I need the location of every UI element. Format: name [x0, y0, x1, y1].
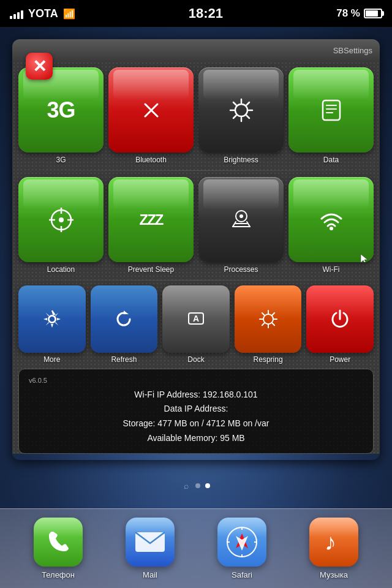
svg-line-37: [272, 323, 274, 325]
main-background: SBSettings ✕ 3G 3G: [0, 27, 392, 588]
toggle-brightness-button[interactable]: [198, 67, 284, 153]
dock-icon: A: [185, 308, 207, 330]
signal-bar-4: [21, 10, 23, 19]
toggle-3g-button[interactable]: 3G: [18, 67, 104, 153]
status-bar: YOTA 📶 18:21 78 %: [0, 0, 392, 27]
respring-label: Respring: [254, 355, 283, 364]
wifi-icon: [317, 205, 346, 235]
toggle-data-button[interactable]: [288, 67, 374, 153]
safari-app-icon[interactable]: [217, 518, 266, 567]
music-app-icon[interactable]: ♪: [309, 518, 358, 567]
action-dock[interactable]: A Dock: [162, 285, 230, 364]
action-power[interactable]: Power: [306, 285, 374, 364]
music-icon: ♪: [318, 527, 349, 557]
toggle-data-label: Data: [323, 156, 339, 164]
action-refresh[interactable]: Refresh: [91, 285, 158, 364]
gear-icon: [41, 308, 63, 330]
toggle-bluetooth-label: Bluetooth: [135, 156, 167, 164]
power-label: Power: [330, 355, 350, 364]
music-label: Музыка: [320, 570, 348, 579]
wifi-status-icon: 📶: [63, 8, 75, 20]
action-respring[interactable]: Respring: [235, 285, 302, 364]
page-dot-2: [205, 483, 210, 488]
toggle-processes[interactable]: Processes: [198, 177, 284, 274]
info-panel: v6.0.5 Wi-Fi IP Address: 192.168.0.101 D…: [18, 369, 374, 454]
toggle-prevent-sleep-button[interactable]: ZZZ: [108, 177, 194, 262]
panel-title: SBSettings: [333, 46, 372, 55]
respring-icon: [257, 308, 279, 330]
toggle-bluetooth-button[interactable]: [108, 67, 194, 153]
mail-icon: [134, 530, 166, 554]
refresh-label: Refresh: [111, 355, 137, 364]
more-button[interactable]: [18, 285, 86, 353]
time-label: 18:21: [189, 6, 223, 21]
svg-line-6: [246, 115, 249, 118]
mail-app-icon[interactable]: [126, 518, 175, 567]
close-icon: ✕: [26, 53, 53, 80]
phone-icon: [43, 527, 74, 557]
refresh-icon: [113, 308, 135, 330]
close-button[interactable]: ✕: [26, 53, 53, 80]
signal-bar-1: [10, 16, 12, 19]
toggle-row-1: 3G 3G Bluetooth: [12, 61, 380, 170]
power-icon: [329, 308, 351, 330]
toggle-prevent-sleep-label: Prevent Sleep: [128, 265, 174, 274]
brightness-icon: [227, 96, 256, 125]
power-button[interactable]: [306, 285, 374, 353]
bluetooth-icon: [138, 97, 165, 124]
panel-body: 3G 3G Bluetooth: [12, 61, 380, 454]
battery-fill: [366, 10, 378, 17]
dock-item-music[interactable]: ♪ Музыка: [309, 518, 358, 579]
svg-rect-9: [323, 100, 340, 120]
action-more[interactable]: More: [18, 285, 86, 364]
dock-button[interactable]: A: [162, 285, 230, 353]
toggle-processes-button[interactable]: [198, 177, 284, 262]
processes-icon: [227, 205, 256, 235]
wifi-ip-line: Wi-Fi IP Address: 192.168.0.101: [29, 388, 363, 402]
dock-item-mail[interactable]: Mail: [126, 518, 175, 579]
action-row: More Refresh: [12, 281, 380, 369]
search-dot: ⌕: [182, 481, 190, 490]
toggle-prevent-sleep[interactable]: ZZZ Prevent Sleep: [108, 177, 194, 274]
signal-bars: [10, 8, 23, 19]
toggle-wifi-button[interactable]: [288, 177, 374, 262]
toggle-bluetooth[interactable]: Bluetooth: [108, 67, 194, 164]
svg-line-36: [262, 313, 264, 315]
safari-icon: [225, 525, 259, 559]
sleep-icon: ZZZ: [140, 211, 163, 228]
toggle-row-2: Location ZZZ Prevent Sleep: [12, 171, 380, 280]
svg-point-14: [59, 217, 64, 222]
svg-point-20: [239, 214, 243, 218]
respring-button[interactable]: [235, 285, 302, 353]
memory-line: Available Memory: 95 MB: [29, 431, 363, 446]
status-right: 78 %: [336, 7, 382, 20]
svg-text:♪: ♪: [325, 529, 336, 555]
toggle-data[interactable]: Data: [288, 67, 374, 164]
toggle-brightness-label: Brightness: [224, 156, 258, 164]
toggle-location[interactable]: Location: [18, 177, 104, 274]
svg-text:A: A: [193, 314, 199, 323]
sbsettings-panel: SBSettings ✕ 3G 3G: [12, 39, 380, 460]
battery-icon: [364, 9, 382, 18]
page-dots: ⌕: [0, 475, 392, 496]
dock-item-safari[interactable]: Safari: [217, 518, 266, 579]
dock-label: Dock: [187, 355, 204, 364]
phone-app-icon[interactable]: [34, 518, 83, 567]
toggle-wifi[interactable]: Wi-Fi: [288, 177, 374, 274]
refresh-button[interactable]: [91, 285, 158, 353]
toggle-brightness[interactable]: Brightness: [198, 67, 284, 164]
svg-point-27: [49, 316, 55, 322]
page-dot-1: [195, 483, 200, 488]
svg-point-0: [235, 104, 247, 116]
location-icon: [47, 205, 76, 235]
toggle-3g[interactable]: 3G 3G: [18, 67, 104, 164]
safari-label: Safari: [232, 570, 252, 579]
data-ip-line: Data IP Address:: [29, 402, 363, 417]
svg-line-7: [246, 102, 249, 105]
dock-item-phone[interactable]: Телефон: [34, 518, 83, 579]
mail-label: Mail: [143, 570, 157, 579]
toggle-location-button[interactable]: [18, 177, 104, 262]
toggle-processes-label: Processes: [224, 265, 258, 274]
storage-line: Storage: 477 MB on / 4712 MB on /var: [29, 417, 363, 431]
svg-line-21: [233, 222, 236, 227]
